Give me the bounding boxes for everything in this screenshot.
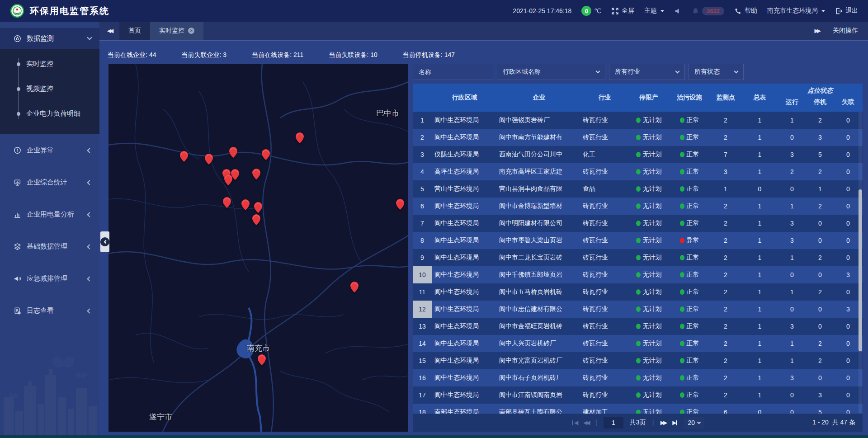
map-marker-pin[interactable] xyxy=(223,197,231,208)
row-lost-count: 0 xyxy=(834,249,862,266)
fullscreen-button[interactable]: 全屏 xyxy=(611,7,634,15)
sidebar-item-data-monitor[interactable]: 数据监测 xyxy=(0,28,99,49)
row-lost-count: 0 xyxy=(834,180,862,198)
map-marker-pin[interactable] xyxy=(180,151,188,162)
row-monitor-points: 6 xyxy=(710,404,741,414)
row-stopped-count: 2 xyxy=(806,283,834,301)
table-row[interactable]: 5 营山生态环境局 营山县润丰肉食品有限 食品 无计划 正常 1 0 0 1 0 xyxy=(413,180,863,198)
sidebar-item-emergency-reduction[interactable]: 应急减排管理 xyxy=(0,263,99,295)
prev-page-button[interactable]: ◀◀ xyxy=(583,419,589,426)
map-marker-pin[interactable] xyxy=(396,199,404,210)
map-marker-pin[interactable] xyxy=(252,214,260,225)
row-region: 阆中生态环境局 xyxy=(432,129,497,146)
map-marker-pin[interactable] xyxy=(296,132,304,143)
double-chevron-left-icon: ◀◀ xyxy=(107,28,112,34)
sidebar-item-company-abnormal[interactable]: 企业异常 xyxy=(0,134,99,166)
row-lost-count: 0 xyxy=(834,129,862,146)
table-row[interactable]: 10 阆中生态环境局 阆中千佛镇五郎垭页岩 砖瓦行业 无计划 正常 2 1 0 … xyxy=(413,266,863,283)
row-stopped-count: 0 xyxy=(806,369,834,386)
table-row[interactable]: 13 阆中生态环境局 阆中市金福旺页岩机砖 砖瓦行业 无计划 正常 2 1 3 … xyxy=(413,318,863,335)
map-collapse-button[interactable] xyxy=(100,231,109,252)
sidebar-item-base-data[interactable]: 基础数据管理 xyxy=(0,231,99,263)
tab-close-icon[interactable]: ✕ xyxy=(188,28,194,34)
organization-dropdown[interactable]: 南充市生态环境局 xyxy=(767,7,825,15)
row-region: 仪陇生态环境局 xyxy=(432,146,497,163)
row-limit-status: 无计划 xyxy=(628,215,669,232)
row-industry: 砖瓦行业 xyxy=(581,266,628,283)
tab-realtime-monitor[interactable]: 实时监控 ✕ xyxy=(150,22,203,40)
last-page-button[interactable]: ▶ xyxy=(672,419,678,426)
sidebar-item-power-analysis[interactable]: 企业用电量分析 xyxy=(0,198,99,231)
row-facility-status: 正常 xyxy=(669,301,710,318)
table-row[interactable]: 11 阆中生态环境局 阆中市五马桥页岩机砖 砖瓦行业 无计划 正常 2 1 1 … xyxy=(413,283,863,301)
status-dot-icon xyxy=(636,392,641,398)
sidebar-subitem-power-load-detail[interactable]: 企业电力负荷明细 xyxy=(0,101,99,126)
tab-home[interactable]: 首页 xyxy=(119,22,150,40)
row-lost-count: 0 xyxy=(834,335,862,352)
chevron-left-icon xyxy=(87,276,92,281)
table-row[interactable]: 18 南部生态环境局 南部县砖瓦土陶有限公 建材加工 无计划 正常 6 0 0 … xyxy=(413,404,863,414)
scrollbar-thumb[interactable] xyxy=(859,189,862,351)
map-marker-pin[interactable] xyxy=(254,202,262,213)
map-marker-pin[interactable] xyxy=(350,282,359,292)
table-row[interactable]: 3 仪陇生态环境局 西南油气田分公司川中 化工 无计划 正常 7 1 3 5 0 xyxy=(413,146,863,163)
first-page-button[interactable]: ◀ xyxy=(571,419,577,426)
table-row[interactable]: 1 阆中生态环境局 阆中强锐页岩砖厂 砖瓦行业 无计划 正常 2 1 1 2 0 xyxy=(413,112,863,129)
map[interactable]: 巴中市南充市遂宁市 xyxy=(108,64,408,432)
page-number-input[interactable]: 1 xyxy=(604,417,623,429)
page-size-select[interactable]: 20 xyxy=(684,417,704,429)
table-row[interactable]: 2 阆中生态环境局 阆中市南方节能建材有 砖瓦行业 无计划 正常 2 1 0 3… xyxy=(413,129,863,146)
col-index xyxy=(413,84,432,112)
sidebar-item-log-view[interactable]: 日志查看 xyxy=(0,295,99,327)
row-facility-status: 正常 xyxy=(669,198,710,215)
industry-filter-select[interactable]: 所有行业 xyxy=(609,64,685,80)
table-row[interactable]: 9 阆中生态环境局 阆中市二龙长宝页岩砖 砖瓦行业 无计划 正常 2 1 1 2… xyxy=(413,249,863,266)
logout-button[interactable]: 退出 xyxy=(835,7,858,15)
col-region: 行政区域 xyxy=(432,84,497,112)
table-row[interactable]: 8 阆中生态环境局 阆中市枣碧大梁山页岩 砖瓦行业 无计划 异常 2 1 3 0… xyxy=(413,232,863,249)
status-filter-select[interactable]: 所有状态 xyxy=(689,64,744,80)
status-dot-icon xyxy=(680,186,684,192)
table-row[interactable]: 6 阆中生态环境局 阆中市金博瑞新型墙材 砖瓦行业 无计划 正常 2 1 1 2… xyxy=(413,198,863,215)
map-marker-pin[interactable] xyxy=(262,149,270,160)
status-dot-icon xyxy=(680,135,684,140)
row-index: 17 xyxy=(413,386,432,404)
table-row[interactable]: 15 阆中生态环境局 阆中市光富页岩机砖厂 砖瓦行业 无计划 正常 2 1 1 … xyxy=(413,352,863,369)
map-marker-pin[interactable] xyxy=(229,147,237,158)
row-index: 9 xyxy=(413,249,432,266)
name-filter[interactable] xyxy=(413,64,493,80)
map-marker-pin[interactable] xyxy=(241,199,250,210)
table-row[interactable]: 4 高坪生态环境局 南充市高坪区王家店建 砖瓦行业 无计划 正常 3 1 2 2… xyxy=(413,163,863,180)
help-button[interactable]: 帮助 xyxy=(734,7,757,15)
map-marker-pin[interactable] xyxy=(252,169,260,179)
table-row[interactable]: 7 阆中生态环境局 阆中明阳建材有限公司 砖瓦行业 无计划 正常 2 1 3 0… xyxy=(413,215,863,232)
map-marker-pin[interactable] xyxy=(205,154,213,165)
main-row: 巴中市南充市遂宁市 行政区域名称 所有行业 xyxy=(99,64,868,432)
theme-dropdown[interactable]: 主题 xyxy=(644,7,664,15)
table-row[interactable]: 17 阆中生态环境局 阆中市江南镇阆南页岩 砖瓦行业 无计划 正常 2 1 0 … xyxy=(413,386,863,404)
sidebar-subitem-video-monitor[interactable]: 视频监控 xyxy=(0,76,99,101)
status-dot-icon xyxy=(636,324,641,329)
speaker-icon[interactable] xyxy=(674,7,682,15)
table-row[interactable]: 16 阆中生态环境局 阆中市石子页岩机砖厂 砖瓦行业 无计划 正常 2 1 3 … xyxy=(413,369,863,386)
row-lost-count: 0 xyxy=(834,112,862,129)
table-row[interactable]: 14 阆中生态环境局 阆中大兴页岩机砖厂 砖瓦行业 无计划 正常 2 1 1 2… xyxy=(413,335,863,352)
sidebar-item-company-statistics[interactable]: 企业综合统计 xyxy=(0,166,99,198)
map-marker-pin[interactable] xyxy=(224,174,232,185)
close-operations-button[interactable]: 关闭操作 xyxy=(833,27,858,35)
sidebar-group-data-monitor: 数据监测 实时监控 视频监控 企业电力负荷明细 xyxy=(0,28,99,134)
notifications[interactable]: 2632 xyxy=(692,7,724,15)
megaphone-icon xyxy=(14,275,21,283)
tabs-scroll-left-button[interactable]: ◀◀ xyxy=(99,22,119,40)
row-index: 8 xyxy=(413,232,432,249)
status-dot-icon xyxy=(680,255,684,260)
table-row[interactable]: 12 阆中生态环境局 阆中市忠信建材有限公 砖瓦行业 无计划 正常 2 1 0 … xyxy=(413,301,863,318)
sidebar-subitem-realtime-monitor[interactable]: 实时监控 xyxy=(0,52,99,76)
map-marker-pin[interactable] xyxy=(258,354,266,365)
name-filter-input[interactable] xyxy=(419,68,487,75)
next-page-button[interactable]: ▶▶ xyxy=(660,419,666,426)
status-dot-icon xyxy=(680,341,684,346)
chevron-down-icon xyxy=(697,420,701,424)
region-filter-select[interactable]: 行政区域名称 xyxy=(497,64,605,80)
tabs-scroll-right-button[interactable]: ▶▶ xyxy=(815,28,821,34)
